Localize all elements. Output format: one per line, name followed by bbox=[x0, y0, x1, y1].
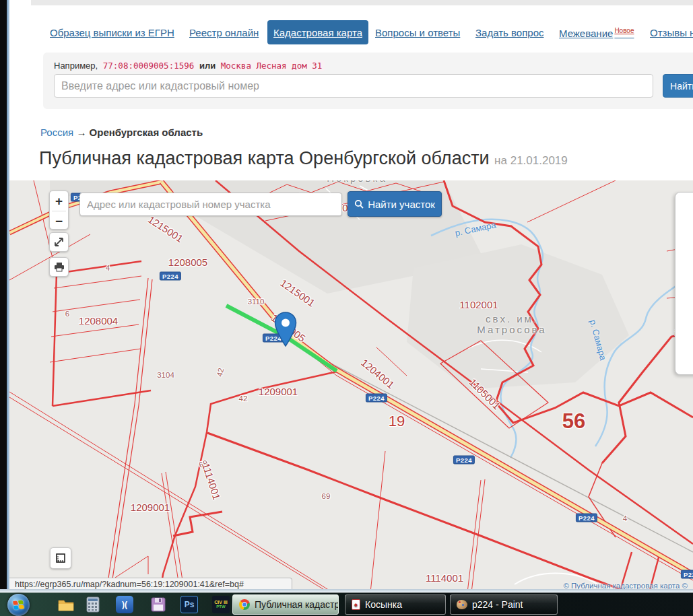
measure-area-icon bbox=[55, 552, 67, 564]
place-label-matrosova: Матросова bbox=[477, 324, 546, 335]
floppy-disk-icon[interactable] bbox=[150, 596, 167, 613]
civilization3-icon[interactable]: CIV III PTW bbox=[212, 596, 230, 613]
nav-link-questions[interactable]: Вопросы и ответы bbox=[375, 27, 460, 38]
parcel-label: 6 bbox=[65, 310, 69, 318]
quarter-label: 1208004 bbox=[79, 315, 118, 327]
task-label: Косынка bbox=[365, 599, 402, 610]
zoom-in-button[interactable]: + bbox=[50, 191, 68, 211]
parcel-label: 4 bbox=[106, 264, 110, 272]
quarter-label: 1208005 bbox=[168, 256, 207, 268]
media-player-icon[interactable]: )( bbox=[116, 596, 133, 613]
printer-icon bbox=[54, 262, 65, 272]
new-badge: Новое bbox=[614, 27, 634, 34]
windows-logo-icon bbox=[13, 599, 25, 610]
page-title-date: на 21.01.2019 bbox=[494, 154, 568, 167]
window-left-border bbox=[7, 0, 9, 592]
main-find-button[interactable]: Найти bbox=[663, 74, 693, 98]
example-prefix: Например, bbox=[54, 61, 98, 71]
search-panel: Например, 77:08:0009005:1596 или Москва … bbox=[43, 53, 693, 109]
nav-link-reviews[interactable]: Отзывы н bbox=[650, 27, 693, 38]
main-search-input[interactable] bbox=[54, 74, 653, 98]
paint-palette-icon bbox=[457, 600, 467, 609]
page-title-text: Публичная кадастровая карта Оренбургской… bbox=[39, 148, 490, 168]
ptw-text: PTW bbox=[216, 605, 225, 609]
magnifier-icon bbox=[354, 199, 364, 209]
road-badge-p224: Р224 bbox=[366, 394, 387, 403]
parcel-label: 3104 bbox=[157, 371, 174, 379]
place-label-svh: свх. им. bbox=[486, 313, 538, 324]
nav-link-mezhevanie[interactable]: МежеваниеНовое bbox=[559, 27, 634, 39]
map-canvas[interactable] bbox=[9, 180, 693, 592]
place-label-pokrovka: Покровка bbox=[327, 180, 387, 184]
road-badge-p224: Р224 bbox=[681, 570, 693, 579]
road-badge-p224: Р224 bbox=[453, 456, 475, 465]
page-content: Образец выписки из ЕГРН Реестр онлайн Ка… bbox=[9, 5, 693, 592]
taskbar-task-browser[interactable]: Публичная кадастр... bbox=[232, 594, 339, 615]
search-example-line: Например, 77:08:0009005:1596 или Москва … bbox=[54, 61, 325, 71]
cadastral-map[interactable]: 1203001 1215001 1208005 1215001 3110 120… bbox=[9, 180, 693, 592]
parcel-label: 3110 bbox=[248, 298, 265, 306]
photoshop-icon[interactable]: Ps bbox=[180, 596, 198, 613]
page-title: Публичная кадастровая карта Оренбургской… bbox=[39, 148, 568, 169]
district-number-label: 19 bbox=[389, 413, 405, 430]
parcel-label: 42 bbox=[239, 395, 248, 403]
calculator-icon[interactable] bbox=[84, 596, 102, 613]
nav-tab-cadastral-map-active[interactable]: Кадастровая карта bbox=[267, 20, 368, 44]
print-button[interactable] bbox=[49, 257, 69, 277]
map-marker-pin[interactable] bbox=[274, 312, 297, 347]
nav-link-egrn-sample[interactable]: Образец выписки из ЕГРН bbox=[50, 27, 174, 38]
breadcrumb-arrow: → bbox=[76, 127, 86, 138]
zoom-out-button[interactable]: − bbox=[50, 211, 68, 231]
nav-link-registry-online[interactable]: Реестр онлайн bbox=[189, 27, 259, 38]
map-search-input[interactable] bbox=[79, 193, 342, 216]
measure-button[interactable] bbox=[50, 547, 71, 569]
desktop-screen: Образец выписки из ЕГРН Реестр онлайн Ка… bbox=[0, 0, 693, 616]
taskbar-task-solitaire[interactable]: ♠ Косынка bbox=[345, 594, 446, 615]
windows-taskbar: )( Ps CIV III PTW Публичная кадастр... ♠… bbox=[0, 592, 693, 616]
chrome-icon bbox=[239, 599, 250, 610]
map-find-button[interactable]: Найти участок bbox=[348, 191, 442, 217]
quarter-label: 1114001 bbox=[426, 572, 463, 584]
breadcrumb-russia-link[interactable]: Россия bbox=[40, 127, 73, 138]
breadcrumb: Россия → Оренбургская область bbox=[40, 127, 203, 138]
start-button[interactable] bbox=[7, 594, 30, 616]
solitaire-icon: ♠ bbox=[352, 599, 360, 610]
site-nav: Образец выписки из ЕГРН Реестр онлайн Ка… bbox=[9, 19, 693, 48]
screen-left-edge bbox=[0, 0, 7, 592]
fullscreen-button[interactable] bbox=[49, 232, 69, 252]
nav-link-ask-question[interactable]: Задать вопрос bbox=[475, 27, 543, 38]
region-number-label: 56 bbox=[562, 409, 585, 434]
road-badge-p224: Р224 bbox=[576, 514, 597, 522]
or-word: или bbox=[199, 61, 216, 71]
task-label: Публичная кадастр... bbox=[255, 599, 339, 610]
example-cadastral-number[interactable]: 77:08:0009005:1596 bbox=[100, 60, 197, 71]
quarter-label: 1102001 bbox=[459, 299, 498, 310]
example-address[interactable]: Москва Лесная дом 31 bbox=[218, 60, 325, 71]
quarter-label: 1209001 bbox=[259, 386, 298, 397]
browser-top-strip bbox=[0, 0, 693, 5]
quarter-label: 1209001 bbox=[131, 502, 170, 513]
task-label: p224 - Paint bbox=[472, 599, 523, 610]
explorer-folder-icon[interactable] bbox=[57, 596, 75, 613]
breadcrumb-current: Оренбургская область bbox=[90, 127, 203, 138]
map-info-panel[interactable] bbox=[675, 192, 693, 375]
parcel-label: 69 bbox=[322, 492, 331, 500]
map-zoom-controls: + − bbox=[49, 191, 69, 230]
road-badge-p224: Р224 bbox=[160, 272, 181, 281]
parcel-label: 4 bbox=[623, 514, 627, 522]
browser-tab-notch bbox=[9, 0, 31, 5]
expand-arrows-icon bbox=[54, 237, 64, 247]
map-find-button-label: Найти участок bbox=[368, 199, 435, 210]
taskbar-task-paint[interactable]: p224 - Paint bbox=[450, 594, 558, 615]
